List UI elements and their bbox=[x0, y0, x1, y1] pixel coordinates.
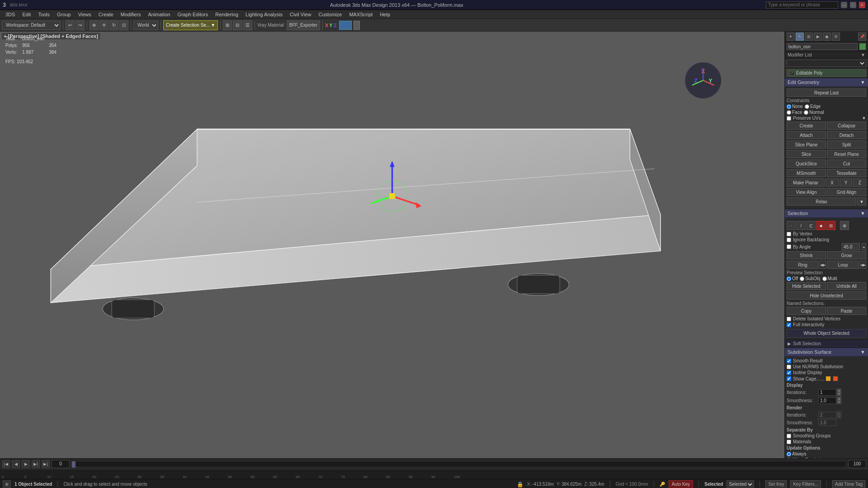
hide-unselected-btn[interactable]: Hide Unselected bbox=[787, 291, 866, 300]
timeline-track[interactable] bbox=[71, 461, 846, 467]
make-planar-btn[interactable]: Make Planar bbox=[787, 178, 825, 187]
scale-button[interactable]: ⊡ bbox=[119, 20, 128, 30]
grow-btn[interactable]: Grow bbox=[827, 251, 866, 259]
menu-views[interactable]: Views bbox=[75, 10, 95, 19]
auto-key-btn[interactable]: Auto Key bbox=[669, 480, 693, 488]
full-interactivity-check[interactable] bbox=[787, 323, 791, 327]
update-always[interactable]: Always bbox=[787, 451, 807, 456]
constraint-edge[interactable]: Edge bbox=[805, 104, 821, 109]
constraint-face-radio[interactable] bbox=[787, 110, 791, 115]
undo-button[interactable]: ↩ bbox=[66, 20, 75, 30]
by-vertex-check[interactable] bbox=[787, 232, 791, 236]
copy-btn[interactable]: Copy bbox=[787, 307, 826, 315]
update-always-radio[interactable] bbox=[787, 452, 791, 456]
preview-subobj-radio[interactable] bbox=[800, 277, 804, 281]
pin-icon[interactable]: 📌 bbox=[858, 33, 866, 41]
rotate-button[interactable]: ↻ bbox=[109, 20, 118, 30]
constraint-normal[interactable]: Normal bbox=[804, 110, 824, 115]
select-button[interactable]: ⊕ bbox=[90, 20, 99, 30]
shrink-btn[interactable]: Shrink bbox=[787, 251, 826, 259]
cut-btn[interactable]: Cut bbox=[827, 160, 866, 168]
utilities-icon[interactable]: ⚙ bbox=[832, 33, 840, 41]
timeline-slider[interactable] bbox=[72, 461, 75, 468]
align-button[interactable]: ⊟ bbox=[233, 20, 242, 30]
key-icon[interactable]: 🔑 bbox=[660, 482, 665, 487]
add-time-tag-btn[interactable]: Add Time Tag bbox=[832, 480, 865, 488]
hierarchy-icon[interactable]: ⊞ bbox=[805, 33, 813, 41]
preview-multi[interactable]: Multi bbox=[822, 276, 837, 281]
view-align-btn[interactable]: View Align bbox=[787, 188, 826, 196]
menu-tools[interactable]: Tools bbox=[34, 10, 53, 19]
grey-btn1[interactable] bbox=[354, 21, 360, 30]
element-mode-icon[interactable]: ⊞ bbox=[826, 221, 835, 230]
cage-color1[interactable] bbox=[826, 376, 831, 381]
layer-button[interactable]: ☰ bbox=[243, 20, 252, 30]
preserve-uvs-btn[interactable]: ▼ bbox=[862, 116, 866, 121]
delete-isolated-check[interactable] bbox=[787, 317, 791, 321]
smoothing-groups-check[interactable] bbox=[787, 434, 791, 438]
maximize-button[interactable]: □ bbox=[850, 2, 856, 8]
unhide-all-btn[interactable]: Unhide All bbox=[827, 282, 866, 290]
prev-frame-btn[interactable]: ◀ bbox=[12, 460, 20, 468]
mirror-button[interactable]: ⊞ bbox=[223, 20, 232, 30]
end-frame-input[interactable] bbox=[848, 460, 866, 468]
menu-3ds[interactable]: 3DS bbox=[2, 10, 19, 19]
preview-off[interactable]: Off bbox=[787, 276, 798, 281]
minimize-button[interactable]: — bbox=[841, 2, 847, 8]
materials-check[interactable] bbox=[787, 440, 791, 444]
hide-selected-btn[interactable]: Hide Selected bbox=[787, 282, 826, 290]
menu-civil[interactable]: Civil View bbox=[286, 10, 315, 19]
play-btn[interactable]: ▶ bbox=[22, 460, 30, 468]
constraint-edge-radio[interactable] bbox=[805, 104, 809, 109]
x-axis-btn[interactable]: X bbox=[826, 178, 839, 187]
search-input[interactable] bbox=[766, 1, 838, 9]
display-smooth-up[interactable]: ▲ bbox=[837, 397, 841, 400]
menu-create[interactable]: Create bbox=[95, 10, 117, 19]
vertex-mode-icon[interactable]: · bbox=[787, 221, 796, 230]
viewport[interactable]: Total bolton_osn Polys: 956 354 Verts: 1… bbox=[0, 32, 784, 458]
motion-icon[interactable]: ▶ bbox=[814, 33, 822, 41]
menu-rendering[interactable]: Rendering bbox=[212, 10, 242, 19]
reference-coord-dropdown[interactable]: World bbox=[133, 21, 158, 30]
loop-spinner[interactable]: ◀▶ bbox=[860, 261, 866, 269]
preserve-uvs-check[interactable] bbox=[787, 116, 791, 121]
redo-button[interactable]: ↪ bbox=[75, 20, 85, 30]
soft-selection-header[interactable]: ▶ Soft Selection bbox=[785, 339, 868, 347]
key-filters-btn[interactable]: Key Filters... bbox=[790, 480, 821, 488]
update-rendering-radio[interactable] bbox=[787, 458, 791, 459]
go-start-btn[interactable]: |◀ bbox=[2, 460, 10, 468]
y-axis-btn[interactable]: Y bbox=[840, 178, 853, 187]
reset-plane-btn[interactable]: Reset Plane bbox=[827, 150, 866, 158]
modifier-check[interactable]: ✓ bbox=[790, 71, 794, 75]
modify-mode-icon[interactable]: ✎ bbox=[796, 33, 804, 41]
smooth-result-check[interactable] bbox=[787, 359, 791, 363]
menu-lighting[interactable]: Lighting Analysis bbox=[242, 10, 286, 19]
blue-btn1[interactable] bbox=[339, 21, 352, 30]
menu-animation[interactable]: Animation bbox=[144, 10, 174, 19]
render-iter-up[interactable]: ▲ bbox=[837, 411, 841, 415]
constraint-none[interactable]: None bbox=[787, 104, 803, 109]
current-frame-input[interactable] bbox=[52, 460, 70, 468]
create-btn[interactable]: Create bbox=[787, 122, 826, 130]
render-iter-input[interactable] bbox=[818, 412, 836, 418]
slice-btn[interactable]: Slice bbox=[787, 150, 826, 158]
ring-btn[interactable]: Ring bbox=[787, 261, 819, 269]
display-iter-up[interactable]: ▲ bbox=[837, 389, 841, 392]
go-end-btn[interactable]: ▶| bbox=[42, 460, 50, 468]
detach-btn[interactable]: Detach bbox=[827, 131, 866, 139]
poly-mode-icon[interactable]: ■ bbox=[816, 221, 826, 230]
relax-btn[interactable]: Relax bbox=[787, 197, 856, 206]
render-smooth-input[interactable] bbox=[818, 419, 836, 426]
menu-modifiers[interactable]: Modifiers bbox=[117, 10, 145, 19]
show-cage-check[interactable] bbox=[787, 376, 791, 381]
cage-color2[interactable] bbox=[833, 376, 838, 381]
border-mode-icon[interactable]: ⊏ bbox=[807, 221, 816, 230]
menu-help[interactable]: Help bbox=[376, 10, 394, 19]
relax-settings-btn[interactable]: ▼ bbox=[857, 197, 866, 206]
tessellate-btn[interactable]: Tessellate bbox=[827, 169, 866, 177]
menu-customize[interactable]: Customize bbox=[315, 10, 345, 19]
create-mode-icon[interactable]: ✦ bbox=[787, 33, 795, 41]
quickslice-btn[interactable]: QuickSlice bbox=[787, 160, 826, 168]
close-button[interactable]: ✕ bbox=[859, 2, 865, 8]
angle-input[interactable] bbox=[842, 243, 860, 250]
